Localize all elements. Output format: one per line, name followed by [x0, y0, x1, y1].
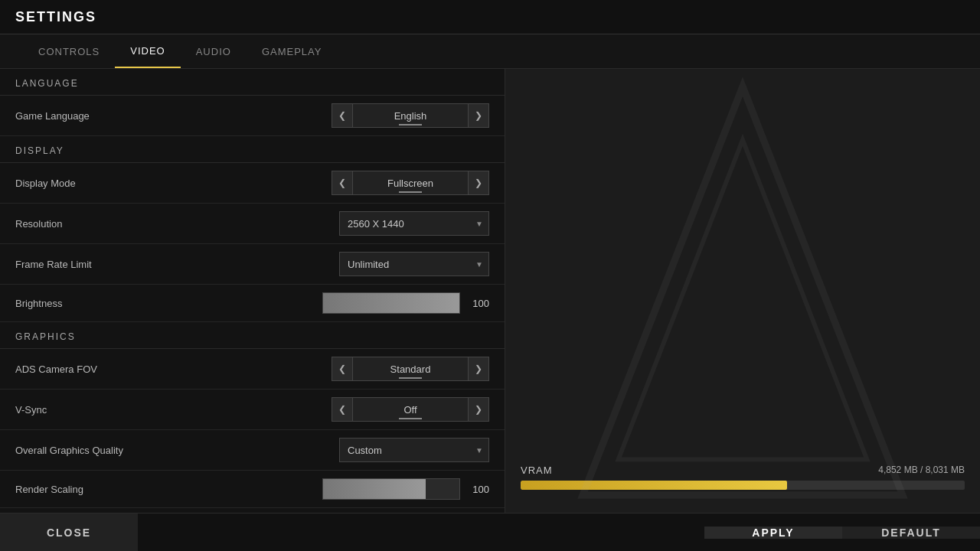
default-button[interactable]: DEFAULT	[842, 527, 980, 539]
frame-rate-dropdown[interactable]: 30 60 120 144 Unlimited	[339, 252, 489, 276]
vsync-label: V-Sync	[15, 404, 332, 416]
vram-values: 4,852 MB / 8,031 MB	[878, 465, 965, 476]
frame-rate-control: 30 60 120 144 Unlimited ▼	[339, 252, 489, 276]
frame-rate-label: Frame Rate Limit	[15, 259, 339, 270]
graphics-quality-dropdown-wrapper: Low Medium High Ultra Custom ▼	[339, 438, 489, 462]
setting-row-frame-rate: Frame Rate Limit 30 60 120 144 Unlimited…	[0, 244, 505, 285]
title-bar: SETTINGS	[0, 0, 980, 34]
game-language-prev-btn[interactable]: ❮	[332, 103, 353, 128]
ads-fov-label: ADS Camera FOV	[15, 364, 332, 375]
graphics-quality-control: Low Medium High Ultra Custom ▼	[339, 438, 489, 462]
ads-fov-control: ❮ Standard ❯	[332, 357, 489, 381]
resolution-control: 1920 X 1080 2560 X 1440 3840 X 2160 ▼	[339, 211, 489, 236]
apply-button[interactable]: APPLY	[704, 527, 842, 539]
close-button[interactable]: CLOSE	[0, 514, 138, 551]
frame-rate-dropdown-wrapper: 30 60 120 144 Unlimited ▼	[339, 252, 489, 276]
settings-panel: LANGUAGE Game Language ❮ English ❯ DISPL…	[0, 69, 505, 513]
setting-row-render-scaling: Render Scaling 100	[0, 471, 505, 508]
brightness-control: 100	[322, 292, 489, 314]
vram-label-row: VRAM 4,852 MB / 8,031 MB	[521, 465, 965, 476]
setting-row-resolution: Resolution 1920 X 1080 2560 X 1440 3840 …	[0, 204, 505, 244]
display-mode-prev-btn[interactable]: ❮	[332, 171, 353, 195]
brightness-slider-track[interactable]	[322, 292, 460, 314]
game-language-value: English	[353, 103, 468, 128]
tab-gameplay[interactable]: GAMEPLAY	[247, 34, 338, 68]
brightness-slider-value: 100	[466, 298, 489, 309]
tab-controls[interactable]: CONTROLS	[23, 34, 115, 68]
tab-audio[interactable]: AUDIO	[181, 34, 247, 68]
ads-fov-value: Standard	[353, 357, 468, 381]
vsync-selector: ❮ Off ❯	[332, 397, 489, 422]
bg-triangle-decoration	[505, 69, 980, 513]
vram-fill	[521, 481, 787, 490]
main-layout: LANGUAGE Game Language ❮ English ❯ DISPL…	[0, 69, 980, 513]
render-scaling-control: 100	[322, 478, 489, 500]
vsync-control: ❮ Off ❯	[332, 397, 489, 422]
game-language-label: Game Language	[15, 110, 332, 122]
section-language-header: LANGUAGE	[0, 69, 505, 96]
graphics-quality-dropdown[interactable]: Low Medium High Ultra Custom	[339, 438, 489, 462]
render-scaling-slider-container: 100	[322, 478, 489, 500]
graphics-quality-label: Overall Graphics Quality	[15, 445, 339, 456]
setting-row-game-language: Game Language ❮ English ❯	[0, 96, 505, 136]
action-buttons: APPLY DEFAULT	[704, 527, 980, 539]
vsync-prev-btn[interactable]: ❮	[332, 397, 353, 422]
setting-row-brightness: Brightness 100	[0, 285, 505, 322]
brightness-slider-container: 100	[322, 292, 489, 314]
svg-marker-0	[583, 86, 903, 495]
ads-fov-next-btn[interactable]: ❯	[468, 357, 489, 381]
resolution-dropdown[interactable]: 1920 X 1080 2560 X 1440 3840 X 2160	[339, 211, 489, 236]
bottom-bar: CLOSE APPLY DEFAULT	[0, 513, 980, 551]
display-mode-selector: ❮ Fullscreen ❯	[332, 171, 489, 195]
vsync-next-btn[interactable]: ❯	[468, 397, 489, 422]
setting-row-display-mode: Display Mode ❮ Fullscreen ❯	[0, 163, 505, 204]
display-mode-label: Display Mode	[15, 178, 332, 189]
display-mode-next-btn[interactable]: ❯	[468, 171, 489, 195]
vram-label: VRAM	[521, 465, 553, 476]
setting-row-vsync: V-Sync ❮ Off ❯	[0, 390, 505, 430]
render-scaling-label: Render Scaling	[15, 484, 322, 495]
render-scaling-slider-fill	[323, 479, 426, 499]
brightness-label: Brightness	[15, 298, 322, 309]
vsync-value: Off	[353, 397, 468, 422]
ads-fov-prev-btn[interactable]: ❮	[332, 357, 353, 381]
section-graphics-header: GRAPHICS	[0, 322, 505, 349]
render-scaling-slider-track[interactable]	[322, 478, 460, 500]
render-scaling-slider-value: 100	[466, 484, 489, 495]
display-mode-value: Fullscreen	[353, 171, 468, 195]
page-title: SETTINGS	[15, 9, 96, 25]
right-panel: VRAM 4,852 MB / 8,031 MB	[505, 69, 980, 513]
setting-row-graphics-quality: Overall Graphics Quality Low Medium High…	[0, 430, 505, 471]
ads-fov-selector: ❮ Standard ❯	[332, 357, 489, 381]
display-mode-control: ❮ Fullscreen ❯	[332, 171, 489, 195]
vram-section: VRAM 4,852 MB / 8,031 MB	[521, 457, 965, 497]
setting-row-ads-fov: ADS Camera FOV ❮ Standard ❯	[0, 349, 505, 390]
tab-video[interactable]: VIDEO	[115, 34, 180, 68]
brightness-slider-fill	[323, 293, 459, 313]
section-display-header: DISPLAY	[0, 136, 505, 163]
game-language-next-btn[interactable]: ❯	[468, 103, 489, 128]
resolution-dropdown-wrapper: 1920 X 1080 2560 X 1440 3840 X 2160 ▼	[339, 211, 489, 236]
vram-bar	[521, 481, 965, 490]
game-language-control: ❮ English ❯	[332, 103, 489, 128]
svg-marker-1	[619, 140, 867, 460]
game-language-selector: ❮ English ❯	[332, 103, 489, 128]
resolution-label: Resolution	[15, 218, 339, 230]
tabs-bar: CONTROLS VIDEO AUDIO GAMEPLAY	[0, 34, 980, 69]
